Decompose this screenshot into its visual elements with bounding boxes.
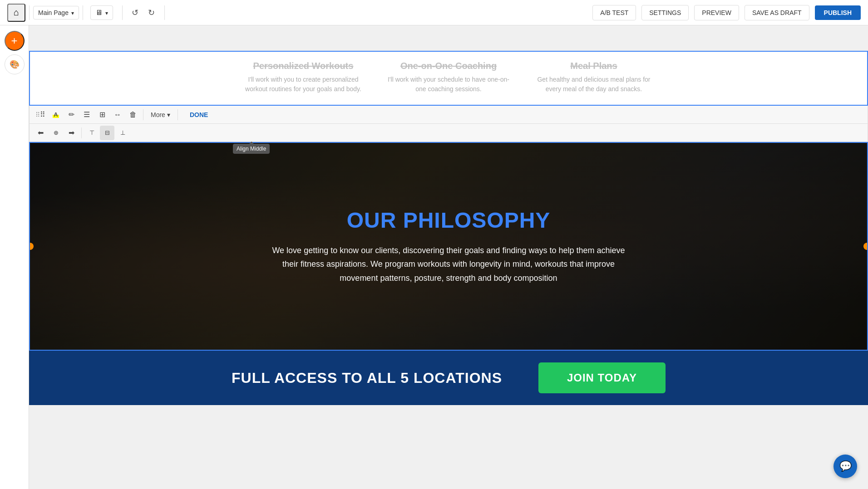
top-navigation: Main Page A/B TEST SETTINGS PREVIEW SAVE…: [0, 0, 868, 25]
toolbar-sep-3: [81, 127, 82, 138]
trash-icon: 🗑: [129, 111, 137, 119]
distribute-icon: ↔: [114, 111, 121, 119]
service-desc-3: Get healthy and delicious meal plans for…: [532, 75, 656, 94]
highlight-button[interactable]: A: [49, 108, 63, 122]
philosophy-title-rest: UR PHILOSOPHY: [364, 208, 550, 232]
table-button[interactable]: ⊞: [95, 108, 109, 122]
more-button[interactable]: More ▾: [146, 109, 175, 120]
align-right-text-button[interactable]: ➡: [64, 126, 79, 140]
distribute-button[interactable]: ↔: [110, 108, 125, 122]
toolbar-sep-1: [143, 109, 143, 120]
nav-separator-3: [122, 5, 123, 20]
chat-icon: 💬: [839, 460, 852, 472]
publish-button[interactable]: PUBLISH: [815, 5, 861, 20]
nav-separator-2: [83, 5, 83, 20]
undo-icon: [132, 8, 138, 18]
pen-icon: ✏: [69, 110, 74, 119]
align-right-text-icon: ➡: [69, 128, 74, 137]
settings-button[interactable]: SETTINGS: [641, 5, 689, 20]
table-icon: ⊞: [99, 110, 105, 119]
nav-separator-1: [29, 5, 30, 20]
valign-bottom-button[interactable]: ⊥: [115, 126, 130, 140]
valign-middle-button[interactable]: ⊟: [100, 126, 114, 140]
align-center-text-icon: ⊕: [54, 129, 59, 136]
align-left-text-icon: ⬅: [38, 128, 44, 137]
cta-text: FULL ACCESS TO ALL 5 LOCATIONS: [232, 370, 502, 386]
toolbar-row-1: ⠿ A ✏ ☰ ⊞ ↔ 🗑 More ▾ DONE: [29, 106, 868, 124]
nav-separator-4: [164, 5, 165, 20]
philosophy-section: OUR PHILOSOPHY We love getting to know o…: [29, 142, 868, 351]
align-center-text-button[interactable]: ⊕: [49, 126, 63, 140]
service-desc-1: I'll work with you to create personalize…: [242, 75, 365, 94]
valign-bottom-icon: ⊥: [120, 129, 125, 136]
list-button[interactable]: ☰: [79, 108, 94, 122]
philosophy-body-text: We love getting to know our clients, dis…: [267, 244, 630, 285]
undo-redo-group: [118, 5, 168, 20]
more-label: More: [151, 111, 165, 118]
service-title-3: Meal Plans: [532, 61, 656, 71]
main-content: Personalized Workouts I'll work with you…: [29, 25, 868, 405]
toolbar-sep-2: [178, 109, 178, 120]
drag-icon: ⠿: [35, 110, 45, 119]
valign-top-icon: ⊤: [89, 129, 94, 136]
palette-icon: [10, 59, 20, 69]
page-selector-chevron: [71, 9, 74, 16]
toolbar-row-2: ⬅ ⊕ ➡ ⊤ ⊟ ⊥ Align Middle: [29, 124, 868, 142]
drag-handle-button[interactable]: ⠿: [33, 108, 48, 122]
done-button[interactable]: DONE: [182, 109, 215, 120]
nav-right-actions: A/B TEST SETTINGS PREVIEW SAVE AS DRAFT …: [592, 5, 861, 20]
undo-button[interactable]: [128, 5, 143, 20]
align-middle-tooltip: Align Middle: [233, 144, 270, 154]
philosophy-overlay: OUR PHILOSOPHY We love getting to know o…: [30, 143, 867, 350]
add-element-button[interactable]: +: [5, 31, 25, 51]
preview-button[interactable]: PREVIEW: [694, 5, 739, 20]
service-col-2: One-on-One Coaching I'll work with your …: [376, 61, 521, 94]
service-col-1: Personalized Workouts I'll work with you…: [231, 61, 376, 94]
valign-top-button[interactable]: ⊤: [84, 126, 99, 140]
page-selector-label: Main Page: [38, 9, 69, 16]
delete-button[interactable]: 🗑: [126, 108, 140, 122]
redo-button[interactable]: [144, 5, 159, 20]
more-chevron: ▾: [167, 111, 170, 118]
cta-section: FULL ACCESS TO ALL 5 LOCATIONS JOIN TODA…: [29, 351, 868, 405]
service-desc-2: I'll work with your schedule to have one…: [387, 75, 510, 94]
page-selector[interactable]: Main Page: [33, 6, 79, 20]
join-today-button[interactable]: JOIN TODAY: [538, 362, 666, 393]
services-section: Personalized Workouts I'll work with you…: [29, 51, 868, 106]
service-title-2: One-on-One Coaching: [387, 61, 510, 71]
device-chevron: [105, 9, 108, 16]
monitor-icon: [95, 9, 103, 17]
left-sidebar: +: [0, 25, 29, 489]
service-title-1: Personalized Workouts: [242, 61, 365, 71]
home-button[interactable]: [7, 4, 25, 22]
save-draft-button[interactable]: SAVE AS DRAFT: [745, 5, 809, 20]
align-left-text-button[interactable]: ⬅: [33, 126, 48, 140]
service-col-3: Meal Plans Get healthy and delicious mea…: [521, 61, 666, 94]
drag-handle-right[interactable]: [863, 243, 868, 250]
philosophy-title-accent: O: [347, 208, 364, 232]
valign-middle-icon: ⊟: [105, 129, 110, 136]
philosophy-title: OUR PHILOSOPHY: [347, 208, 551, 233]
list-icon: ☰: [84, 110, 90, 119]
ab-test-button[interactable]: A/B TEST: [592, 5, 636, 20]
pen-button[interactable]: ✏: [64, 108, 79, 122]
redo-icon: [148, 8, 155, 18]
device-selector[interactable]: [90, 5, 113, 20]
chat-widget-button[interactable]: 💬: [833, 455, 857, 478]
design-palette-button[interactable]: [5, 54, 25, 74]
services-grid: Personalized Workouts I'll work with you…: [30, 61, 867, 94]
home-icon: [14, 7, 19, 18]
highlight-icon: A: [53, 111, 59, 118]
